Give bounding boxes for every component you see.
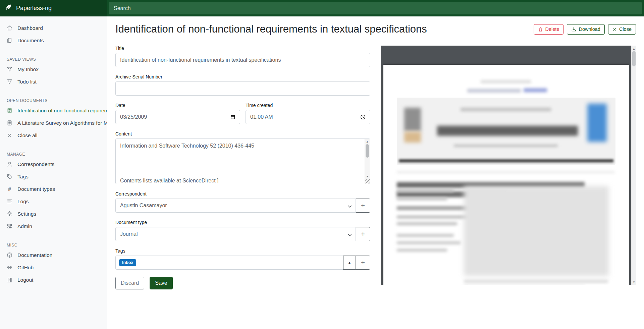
sidebar-item-label: Tags (17, 174, 29, 180)
document-type-select[interactable]: Journal (115, 227, 356, 241)
document-type-label: Document type (115, 220, 370, 225)
tags-input[interactable]: Inbox (115, 256, 343, 270)
sidebar-section-misc: MISC (0, 241, 107, 249)
correspondent-label: Correspondent (115, 191, 370, 197)
sidebar-item-github[interactable]: GitHub (0, 261, 107, 274)
sidebar-item-label: Dashboard (17, 25, 43, 31)
sidebar-item-label: Close all (17, 132, 37, 139)
close-icon (7, 132, 12, 138)
sidebar-item-dashboard[interactable]: Dashboard (0, 22, 107, 34)
delete-button-label: Delete (545, 26, 559, 32)
sidebar-item-todo-list[interactable]: Todo list (0, 75, 107, 88)
sidebar-item-label: Todo list (17, 79, 37, 85)
sidebar-item-settings[interactable]: Settings (0, 208, 107, 220)
sidebar-item-label: Admin (17, 223, 32, 229)
date-input[interactable]: 03/25/2009 (115, 110, 240, 124)
pdf-viewer (381, 46, 631, 285)
close-button[interactable]: Close (608, 24, 636, 35)
scroll-down-arrow[interactable]: ▼ (365, 174, 370, 179)
save-button[interactable]: Save (150, 277, 172, 289)
add-document-type-button[interactable]: + (356, 227, 370, 241)
sidebar: Dashboard Documents SAVED VIEWS My Inbox… (0, 16, 107, 329)
title-input[interactable] (115, 53, 370, 67)
collapse-tags-button[interactable]: ▲ (343, 256, 356, 270)
close-button-label: Close (619, 26, 632, 32)
download-button[interactable]: Download (567, 24, 605, 35)
sidebar-item-label: Correspondents (17, 161, 54, 167)
sidebar-item-correspondents[interactable]: Correspondents (0, 158, 107, 170)
calendar-icon[interactable] (230, 114, 235, 120)
scroll-up-arrow[interactable]: ▲ (365, 139, 370, 144)
content-scrollbar[interactable]: ▲ ▼ (365, 139, 370, 183)
app-title: Paperless-ng (16, 5, 52, 12)
preview-scrollbar[interactable]: ▲ ▼ (631, 46, 636, 285)
sidebar-item-label: Documents (17, 38, 44, 44)
sidebar-item-label: My Inbox (17, 66, 39, 72)
scrollbar-thumb[interactable] (632, 51, 636, 66)
time-value: 01:00 AM (250, 114, 273, 120)
sidebar-item-label: Document types (17, 186, 55, 192)
sidebar-item-close-all[interactable]: Close all (0, 129, 107, 142)
resize-grip[interactable] (365, 179, 370, 183)
person-icon (7, 161, 12, 167)
main-panel: Identification of non-functional require… (107, 16, 644, 329)
document-edit-form: Title Archive Serial Number Date 03/25/2… (115, 46, 370, 289)
sidebar-item-label: Logout (17, 277, 33, 283)
files-icon (7, 38, 12, 43)
date-label: Date (115, 103, 240, 108)
toggles-icon (7, 223, 12, 229)
sidebar-item-open-doc-1[interactable]: Identification of non-functional require… (0, 104, 107, 117)
funnel-icon (7, 79, 12, 85)
sidebar-section-saved-views: SAVED VIEWS (0, 56, 107, 63)
asn-label: Archive Serial Number (115, 74, 370, 79)
add-correspondent-button[interactable]: + (356, 199, 370, 213)
sidebar-item-documents[interactable]: Documents (0, 34, 107, 47)
sidebar-item-label: GitHub (17, 265, 34, 271)
chevron-down-icon (348, 203, 352, 209)
content-textarea[interactable]: Information and Software Technology 52 (… (115, 139, 370, 184)
document-preview-pane: ▲ ▼ (381, 46, 636, 285)
sidebar-item-tags[interactable]: Tags (0, 170, 107, 183)
sidebar-item-logout[interactable]: Logout (0, 274, 107, 286)
scroll-up-arrow[interactable]: ▲ (632, 46, 636, 51)
sidebar-item-label: A Literature Survey on Algorithms for Mu… (17, 120, 107, 126)
scroll-down-arrow[interactable]: ▼ (632, 280, 636, 284)
sidebar-item-label: Logs (17, 199, 29, 205)
sidebar-item-documentation[interactable]: Documentation (0, 249, 107, 261)
download-button-label: Download (579, 26, 600, 32)
app-brand[interactable]: Paperless-ng (0, 0, 107, 16)
sidebar-item-logs[interactable]: Logs (0, 195, 107, 208)
question-circle-icon (7, 252, 12, 258)
hash-icon: # (7, 186, 12, 192)
clock-icon[interactable] (360, 114, 366, 120)
tag-chip-inbox: Inbox (119, 259, 136, 266)
sidebar-item-admin[interactable]: Admin (0, 220, 107, 232)
delete-button[interactable]: Delete (534, 24, 564, 35)
add-tag-button[interactable]: + (356, 256, 370, 270)
tag-icon (7, 174, 12, 179)
door-icon (7, 277, 12, 283)
time-input[interactable]: 01:00 AM (246, 110, 370, 124)
top-navbar: Paperless-ng (0, 0, 644, 16)
sidebar-section-open-documents: OPEN DOCUMENTS (0, 97, 107, 104)
sidebar-item-document-types[interactable]: # Document types (0, 183, 107, 195)
scrollbar-thumb[interactable] (366, 144, 369, 158)
journal-banner (397, 98, 615, 165)
discard-button[interactable]: Discard (115, 277, 144, 289)
correspondent-select[interactable]: Agustin Casamayor (115, 199, 356, 213)
sidebar-item-open-doc-2[interactable]: A Literature Survey on Algorithms for Mu… (0, 117, 107, 129)
asn-input[interactable] (115, 81, 370, 96)
funnel-icon (7, 66, 12, 72)
sidebar-item-label: Settings (17, 211, 36, 217)
sidebar-item-label: Documentation (17, 252, 52, 258)
file-text-icon (7, 108, 12, 113)
download-icon (571, 27, 576, 32)
page-title: Identification of non-functional require… (115, 22, 427, 37)
chevron-down-icon (348, 232, 352, 238)
link-icon (7, 265, 12, 270)
trash-icon (538, 27, 543, 32)
date-value: 03/25/2009 (120, 114, 147, 120)
house-icon (7, 25, 12, 31)
sidebar-item-my-inbox[interactable]: My Inbox (0, 63, 107, 75)
search-input[interactable] (109, 2, 642, 14)
